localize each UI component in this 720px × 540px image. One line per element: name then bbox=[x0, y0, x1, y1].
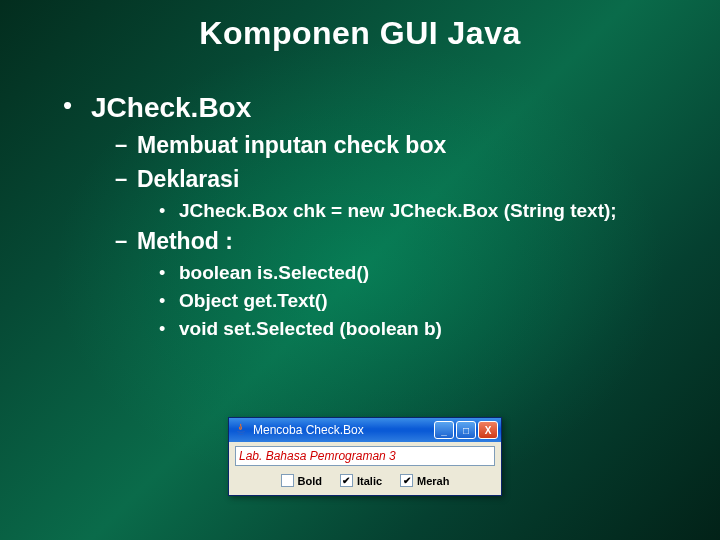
bullet-list-level3-methods: boolean is.Selected() Object get.Text() … bbox=[137, 261, 665, 341]
maximize-icon: □ bbox=[463, 425, 469, 436]
bullet-l2-text: Method : bbox=[137, 228, 233, 254]
bullet-l2-membuat: Membuat inputan check box bbox=[115, 131, 665, 161]
close-button[interactable]: X bbox=[478, 421, 498, 439]
checkbox-box-italic: ✔ bbox=[340, 474, 353, 487]
java-icon bbox=[234, 423, 248, 437]
bullet-list-level1: JCheck.Box Membuat inputan check box Dek… bbox=[55, 90, 665, 341]
demo-textfield[interactable] bbox=[235, 446, 495, 466]
bullet-list-level3: JCheck.Box chk = new JCheck.Box (String … bbox=[137, 199, 665, 224]
bullet-l3-isselected: boolean is.Selected() bbox=[159, 261, 665, 286]
maximize-button[interactable]: □ bbox=[456, 421, 476, 439]
bullet-l3-text: void set.Selected (boolean b) bbox=[179, 318, 442, 339]
window-buttons: _ □ X bbox=[434, 421, 498, 439]
checkbox-row: Bold ✔ Italic ✔ Merah bbox=[235, 472, 495, 489]
demo-window: Mencoba Check.Box _ □ X Bold bbox=[228, 417, 502, 496]
minimize-button[interactable]: _ bbox=[434, 421, 454, 439]
bullet-l2-text: Deklarasi bbox=[137, 166, 239, 192]
checkbox-bold[interactable]: Bold bbox=[281, 474, 322, 487]
bullet-l3-text: boolean is.Selected() bbox=[179, 262, 369, 283]
bullet-l3-setselected: void set.Selected (boolean b) bbox=[159, 317, 665, 342]
close-icon: X bbox=[485, 425, 492, 436]
checkbox-label: Merah bbox=[417, 475, 449, 487]
window-body: Bold ✔ Italic ✔ Merah bbox=[229, 442, 501, 495]
checkbox-italic[interactable]: ✔ Italic bbox=[340, 474, 382, 487]
slide: Komponen GUI Java JCheck.Box Membuat inp… bbox=[0, 0, 720, 540]
bullet-l1-text: JCheck.Box bbox=[91, 92, 251, 123]
checkbox-merah[interactable]: ✔ Merah bbox=[400, 474, 449, 487]
checkbox-label: Bold bbox=[298, 475, 322, 487]
bullet-l3-gettext: Object get.Text() bbox=[159, 289, 665, 314]
slide-title: Komponen GUI Java bbox=[55, 15, 665, 52]
bullet-list-level2: Membuat inputan check box Deklarasi JChe… bbox=[91, 131, 665, 341]
bullet-l3-text: Object get.Text() bbox=[179, 290, 328, 311]
checkbox-label: Italic bbox=[357, 475, 382, 487]
window-titlebar[interactable]: Mencoba Check.Box _ □ X bbox=[229, 418, 501, 442]
bullet-l2-method: Method : boolean is.Selected() Object ge… bbox=[115, 227, 665, 341]
checkbox-box-bold bbox=[281, 474, 294, 487]
minimize-icon: _ bbox=[441, 425, 447, 436]
bullet-l2-text: Membuat inputan check box bbox=[137, 132, 446, 158]
bullet-l3-declaration: JCheck.Box chk = new JCheck.Box (String … bbox=[159, 199, 665, 224]
checkbox-box-merah: ✔ bbox=[400, 474, 413, 487]
bullet-l1-jcheckbox: JCheck.Box Membuat inputan check box Dek… bbox=[63, 90, 665, 341]
window-title: Mencoba Check.Box bbox=[253, 423, 434, 437]
bullet-l2-deklarasi: Deklarasi JCheck.Box chk = new JCheck.Bo… bbox=[115, 165, 665, 224]
bullet-l3-text: JCheck.Box chk = new JCheck.Box (String … bbox=[179, 200, 617, 221]
